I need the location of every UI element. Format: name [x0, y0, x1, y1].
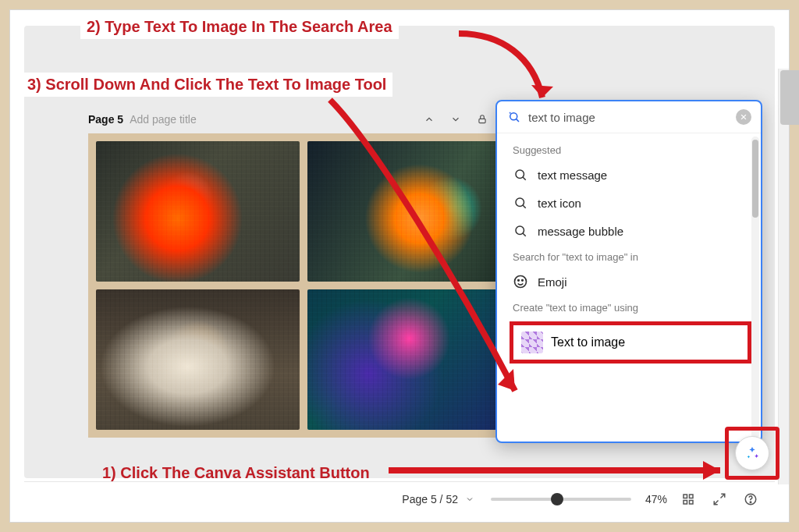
- collapse-up-icon[interactable]: [419, 109, 439, 129]
- create-text-to-image[interactable]: Text to image: [510, 321, 751, 364]
- svg-line-2: [517, 119, 519, 122]
- suggestion-text-message[interactable]: text message: [500, 161, 761, 189]
- panel-scrollbar-thumb[interactable]: [752, 140, 758, 218]
- search-icon: [513, 167, 528, 183]
- zoom-slider-thumb[interactable]: [551, 493, 563, 505]
- suggestion-label: text icon: [538, 197, 581, 210]
- image-top-right[interactable]: [307, 141, 511, 282]
- page-indicator: Page 5 / 52: [402, 493, 458, 505]
- page-header-row: Page 5 Add page title: [88, 109, 492, 129]
- svg-point-1: [510, 113, 517, 120]
- assistant-panel: Suggested text message text icon message…: [495, 100, 762, 443]
- help-icon[interactable]: [740, 489, 761, 509]
- svg-line-10: [523, 233, 526, 236]
- suggestion-label: text message: [538, 168, 607, 182]
- suggested-label: Suggested: [500, 138, 761, 161]
- create-option-label: Text to image: [551, 335, 625, 349]
- svg-point-5: [516, 170, 524, 179]
- page-number-label: Page 5: [88, 113, 123, 126]
- lock-icon[interactable]: [472, 109, 492, 129]
- suggestion-label: message bubble: [538, 225, 623, 238]
- search-in-emoji[interactable]: Emoji: [500, 268, 761, 296]
- svg-rect-15: [690, 495, 694, 498]
- create-using-label: Create "text to image" using: [500, 296, 761, 318]
- canva-assistant-button[interactable]: [735, 436, 769, 470]
- assistant-search-row: [497, 101, 761, 133]
- annotation-step-3: 3) Scroll Down And Click The Text To Ima…: [21, 73, 392, 97]
- clear-search-button[interactable]: [736, 109, 751, 125]
- editor-vertical-scrollbar[interactable]: [778, 69, 789, 484]
- svg-line-18: [721, 494, 725, 498]
- svg-line-6: [523, 177, 526, 180]
- image-bottom-right[interactable]: [307, 289, 511, 430]
- search-in-label: Search for "text to image" in: [500, 245, 761, 268]
- grid-view-icon[interactable]: [678, 489, 698, 509]
- svg-point-21: [750, 502, 751, 503]
- assistant-search-input[interactable]: [528, 111, 730, 124]
- scrollbar-thumb[interactable]: [780, 70, 799, 125]
- page-title-placeholder[interactable]: Add page title: [130, 113, 197, 126]
- svg-rect-16: [684, 500, 687, 504]
- svg-rect-17: [690, 500, 694, 504]
- suggestion-text-icon[interactable]: text icon: [500, 189, 761, 217]
- annotation-step-1: 1) Click The Canva Assistant Button: [96, 461, 376, 485]
- image-bottom-left[interactable]: [96, 289, 300, 430]
- design-canvas[interactable]: [88, 133, 519, 438]
- svg-point-7: [516, 198, 524, 207]
- search-icon: [513, 223, 528, 239]
- svg-line-19: [714, 500, 718, 504]
- svg-point-13: [522, 280, 524, 282]
- search-sparkle-icon: [506, 109, 522, 125]
- search-in-option-label: Emoji: [538, 275, 567, 289]
- annotation-step-2: 2) Type Text To Image In The Search Area: [80, 15, 399, 39]
- zoom-slider[interactable]: [491, 498, 631, 501]
- svg-point-11: [515, 276, 527, 288]
- fullscreen-icon[interactable]: [709, 489, 730, 509]
- panel-scrollbar[interactable]: [751, 137, 759, 438]
- svg-rect-0: [479, 119, 485, 122]
- emoji-icon: [513, 274, 528, 289]
- svg-point-9: [516, 226, 524, 235]
- suggestion-message-bubble[interactable]: message bubble: [500, 217, 761, 245]
- assistant-button-highlight: [725, 427, 779, 480]
- expand-down-icon[interactable]: [446, 109, 466, 129]
- status-bar: Page 5 / 52 47%: [24, 481, 775, 516]
- zoom-level[interactable]: 47%: [645, 493, 667, 505]
- page-chevron-down-icon[interactable]: [463, 492, 477, 506]
- svg-line-8: [523, 205, 526, 208]
- text-to-image-thumbnail: [521, 332, 543, 353]
- svg-rect-14: [684, 495, 687, 498]
- svg-point-12: [518, 280, 520, 282]
- image-top-left[interactable]: [96, 141, 300, 282]
- search-icon: [513, 195, 528, 211]
